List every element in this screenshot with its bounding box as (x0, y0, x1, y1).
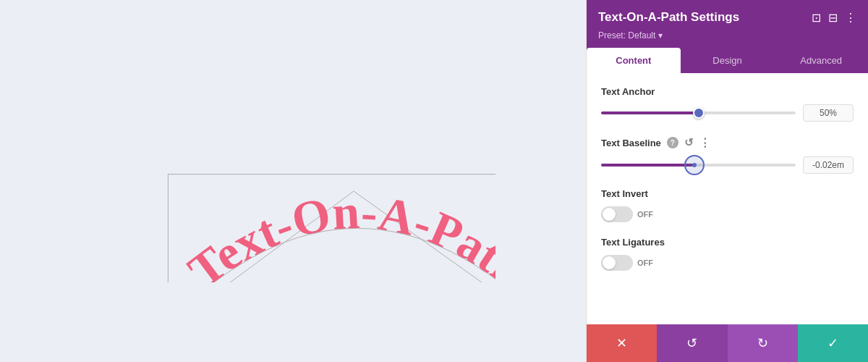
tabs: Content Design Advanced (587, 48, 868, 73)
text-baseline-value[interactable] (803, 156, 854, 174)
expand-icon[interactable]: ⊡ (812, 11, 821, 25)
text-anchor-thumb[interactable] (693, 107, 705, 119)
text-baseline-setting: Text Baseline ? ↺ ⋮ (601, 136, 854, 174)
baseline-help-icon[interactable]: ? (667, 137, 678, 148)
preset-selector[interactable]: Preset: Default ▾ (598, 30, 856, 41)
cancel-icon: ✕ (616, 335, 627, 351)
text-invert-toggle-row: OFF (601, 206, 854, 222)
text-anchor-fill (601, 111, 699, 114)
baseline-more-icon[interactable]: ⋮ (699, 136, 710, 149)
text-ligatures-off-label: OFF (637, 258, 653, 267)
path-container: Text-On-A-Path (90, 80, 495, 282)
tab-advanced[interactable]: Advanced (774, 48, 868, 73)
text-anchor-label: Text Anchor (601, 86, 854, 97)
text-ligatures-toggle[interactable] (601, 255, 633, 271)
text-invert-off-label: OFF (637, 210, 653, 219)
redo-button[interactable]: ↻ (728, 324, 798, 362)
text-baseline-fill (601, 164, 694, 167)
text-invert-label: Text Invert (601, 188, 854, 199)
settings-panel: Text-On-A-Path Settings ⊡ ⊟ ⋮ Preset: De… (586, 0, 868, 362)
cancel-button[interactable]: ✕ (587, 324, 657, 362)
text-invert-toggle[interactable] (601, 206, 633, 222)
tab-content[interactable]: Content (587, 48, 681, 73)
text-anchor-setting: Text Anchor (601, 86, 854, 122)
text-ligatures-knob (603, 256, 616, 269)
save-button[interactable]: ✓ (798, 324, 868, 362)
more-icon[interactable]: ⋮ (845, 11, 856, 25)
text-baseline-track[interactable] (601, 164, 796, 167)
text-ligatures-setting: Text Ligatures OFF (601, 237, 854, 271)
undo-button[interactable]: ↺ (657, 324, 727, 362)
svg-text:Text-On-A-Path: Text-On-A-Path (178, 185, 495, 282)
panel-title-icons: ⊡ ⊟ ⋮ (812, 11, 856, 25)
text-invert-setting: Text Invert OFF (601, 188, 854, 222)
text-ligatures-toggle-row: OFF (601, 255, 854, 271)
text-baseline-slider-row (601, 156, 854, 174)
panel-footer: ✕ ↺ ↻ ✓ (587, 324, 868, 362)
tab-design[interactable]: Design (681, 48, 775, 73)
text-anchor-slider-row (601, 104, 854, 122)
text-invert-knob (603, 208, 616, 221)
text-anchor-track[interactable] (601, 111, 796, 114)
columns-icon[interactable]: ⊟ (828, 11, 838, 25)
undo-icon: ↺ (686, 335, 697, 351)
text-baseline-label: Text Baseline ? ↺ ⋮ (601, 136, 854, 149)
canvas-area: Text-On-A-Path (0, 0, 586, 362)
panel-header: Text-On-A-Path Settings ⊡ ⊟ ⋮ Preset: De… (587, 0, 868, 48)
text-ligatures-label: Text Ligatures (601, 237, 854, 248)
redo-icon: ↻ (757, 335, 768, 351)
panel-title: Text-On-A-Path Settings (598, 10, 739, 25)
text-anchor-value[interactable] (803, 104, 854, 122)
text-baseline-thumb[interactable] (684, 155, 705, 175)
baseline-reset-icon[interactable]: ↺ (684, 136, 694, 149)
save-icon: ✓ (827, 335, 838, 351)
panel-body: Text Anchor Text Baseline ? ↺ ⋮ (587, 73, 868, 324)
